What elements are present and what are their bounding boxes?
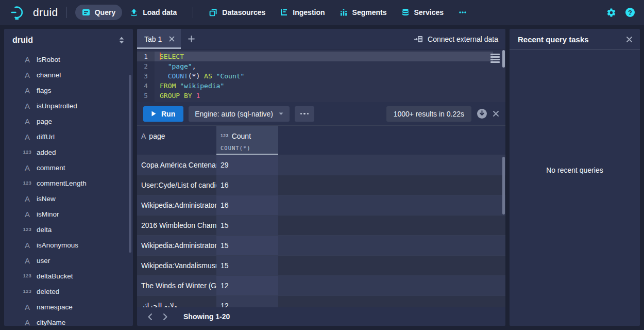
number-type-icon: 123 — [22, 180, 33, 186]
column-name: isAnonymous — [37, 241, 78, 249]
editor-line[interactable]: 5GROUP BY 1 — [137, 91, 505, 101]
nav-item-label: Load data — [143, 8, 177, 16]
engine-select[interactable]: Engine: auto (sql-native) — [189, 106, 290, 122]
sidebar-column-diffUrl[interactable]: AdiffUrl — [4, 129, 133, 144]
sql-editor[interactable]: 1SELECT2 "page",3 COUNT(*) AS "Count"4FR… — [137, 49, 505, 102]
cell-count-value[interactable]: 12 — [216, 276, 278, 295]
brand[interactable]: druid — [9, 5, 58, 20]
number-type-icon: 123 — [221, 132, 229, 140]
cell-count-value[interactable]: 16 — [216, 175, 278, 195]
cell-page-value[interactable]: Wikipedia:Administrator intervention aga… — [137, 236, 216, 255]
cell-count-value[interactable]: 15 — [216, 256, 278, 275]
add-tab-button[interactable] — [181, 29, 201, 49]
tab-1[interactable]: Tab 1 — [137, 29, 181, 49]
sidebar-column-cityName[interactable]: AcityName — [4, 315, 133, 326]
cell-count-value[interactable]: 12 — [216, 296, 278, 307]
string-type-icon: A — [22, 117, 33, 126]
connect-external-data-button[interactable]: Connect external data — [414, 35, 505, 43]
editor-line[interactable]: 2 "page", — [137, 61, 505, 71]
column-name: user — [37, 257, 50, 265]
query-workbench: Tab 1 Connect external data 1SELECT2 "pa… — [137, 29, 505, 326]
cell-page-value[interactable]: 2016 Wimbledon Championships – Men's Sin… — [137, 216, 216, 235]
column-header-page[interactable]: A page — [137, 126, 216, 155]
editor-menu-icon[interactable] — [490, 54, 500, 64]
cell-count-value[interactable]: 16 — [216, 195, 278, 215]
cell-page-value[interactable]: Wikipedia:Vandalismusmeldung — [137, 256, 216, 275]
cell-page-value[interactable]: Wikipedia:Administrators' noticeboard/In… — [137, 195, 216, 215]
close-icon[interactable] — [169, 36, 175, 42]
close-icon — [493, 110, 499, 117]
editor-line[interactable]: 1SELECT — [137, 52, 505, 61]
sidebar-column-deleted[interactable]: 123deleted — [4, 284, 133, 299]
column-name: isUnpatrolled — [37, 102, 77, 110]
close-results-button[interactable] — [493, 110, 499, 117]
column-header-count[interactable]: 123 Count COUNT(*) — [216, 126, 278, 155]
tasks-panel-body: No recent queries — [510, 50, 640, 326]
next-page-button[interactable] — [160, 311, 171, 322]
nav-item-ingestion[interactable]: Ingestion — [273, 5, 331, 20]
nav-item-query[interactable]: Query — [75, 5, 122, 20]
sidebar-column-channel[interactable]: Achannel — [4, 67, 133, 82]
editor-line[interactable]: 4FROM "wikipedia" — [137, 81, 505, 91]
nav-item-segments[interactable]: Segments — [333, 5, 394, 20]
column-name: commentLength — [37, 179, 87, 187]
editor-line[interactable]: 3 COUNT(*) AS "Count" — [137, 71, 505, 81]
editor-scrollbar[interactable] — [502, 50, 505, 68]
cell-count-value[interactable]: 15 — [216, 216, 278, 235]
more-icon — [458, 8, 467, 16]
sort-icon[interactable] — [118, 37, 125, 44]
nav-item-datasources[interactable]: Datasources — [202, 5, 272, 20]
query-icon — [82, 8, 90, 16]
cell-page-value[interactable]: ولاية الجزائر — [137, 296, 216, 307]
engine-label: Engine: auto (sql-native) — [195, 110, 273, 118]
chevron-left-icon — [148, 314, 152, 320]
string-type-icon: A — [22, 210, 33, 219]
cell-count-value[interactable]: 29 — [216, 155, 278, 175]
sidebar-column-user[interactable]: Auser — [4, 253, 133, 268]
help-button[interactable]: ? — [625, 8, 635, 17]
close-tasks-panel-button[interactable] — [626, 36, 633, 43]
download-results-button[interactable] — [477, 108, 487, 119]
connect-external-data-icon — [414, 35, 423, 43]
sidebar-column-isNew[interactable]: AisNew — [4, 191, 133, 206]
line-number: 1 — [137, 52, 155, 61]
nav-items: Query Load data Datasources Ingestion Se… — [75, 5, 474, 20]
sidebar-column-delta[interactable]: 123delta — [4, 222, 133, 237]
prev-page-button[interactable] — [144, 311, 156, 322]
sidebar-column-added[interactable]: 123added — [4, 144, 133, 160]
string-type-icon: A — [22, 55, 33, 64]
sidebar-column-isUnpatrolled[interactable]: AisUnpatrolled — [4, 98, 133, 113]
sidebar-column-deltaBucket[interactable]: 123deltaBucket — [4, 268, 133, 284]
sidebar-column-commentLength[interactable]: 123commentLength — [4, 175, 133, 191]
sidebar-scrollbar[interactable] — [129, 75, 131, 253]
settings-button[interactable] — [606, 8, 616, 18]
sidebar-column-namespace[interactable]: Anamespace — [4, 299, 133, 315]
sidebar-column-flags[interactable]: Aflags — [4, 82, 133, 98]
sidebar-column-page[interactable]: Apage — [4, 113, 133, 129]
cell-page-value[interactable]: The Winds of Winter (Game of Thrones) — [137, 276, 216, 295]
table-row: Wikipedia:Administrators' noticeboard/In… — [137, 195, 505, 216]
query-more-button[interactable] — [295, 106, 314, 122]
table-scrollbar[interactable] — [502, 157, 505, 214]
column-name: deleted — [37, 288, 59, 295]
chevron-down-icon — [279, 112, 283, 116]
top-nav: druid Query Load data Datasources Ingest… — [0, 0, 644, 25]
sidebar-column-comment[interactable]: Acomment — [4, 160, 133, 175]
nav-item-load-data[interactable]: Load data — [123, 5, 183, 20]
nav-item-label: Query — [95, 8, 115, 16]
editor-line[interactable]: 6ORDER BY 2 DESC — [137, 101, 505, 102]
sidebar-column-isMinor[interactable]: AisMinor — [4, 206, 133, 222]
sidebar-column-isAnonymous[interactable]: AisAnonymous — [4, 237, 133, 253]
cell-count-value[interactable]: 15 — [216, 236, 278, 255]
nav-item-services[interactable]: Services — [395, 5, 451, 20]
nav-more-button[interactable] — [451, 5, 474, 20]
column-name: namespace — [37, 303, 73, 311]
cell-page-value[interactable]: User:Cyde/List of candidates for speedy … — [137, 175, 216, 195]
results-table-body: Copa América Centenario29User:Cyde/List … — [137, 155, 505, 307]
sidebar-column-isRobot[interactable]: AisRobot — [4, 52, 133, 67]
cell-page-value[interactable]: Copa América Centenario — [137, 155, 216, 175]
string-type-icon: A — [22, 71, 33, 79]
datasource-header[interactable]: druid — [4, 29, 133, 52]
run-button[interactable]: Run — [143, 106, 183, 122]
column-name: diffUrl — [37, 133, 55, 141]
